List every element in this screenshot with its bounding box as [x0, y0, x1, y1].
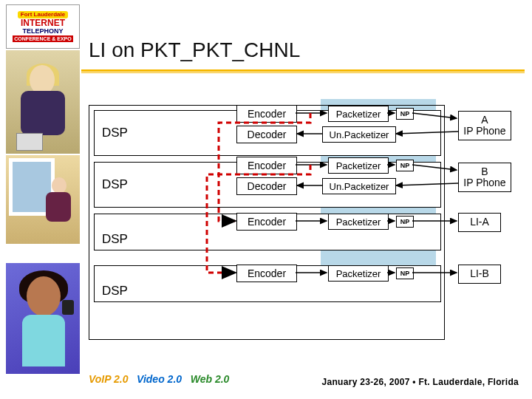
dsp-label-4: DSP	[102, 284, 128, 299]
encoder-4: Encoder	[236, 265, 297, 282]
title-rule	[81, 69, 525, 72]
phone-b-type: IP Phone	[463, 177, 505, 188]
li-b: LI-B	[458, 265, 501, 284]
phone-a-type: IP Phone	[463, 125, 505, 137]
np-3: NP	[396, 216, 414, 228]
photo-sign-language	[6, 155, 80, 244]
np-4: NP	[396, 267, 414, 279]
unpacketizer-1: Un.Packetizer	[322, 126, 396, 143]
footer-voip: VoIP 2.0	[89, 373, 128, 385]
ip-phone-a: AIP Phone	[458, 111, 511, 140]
decoder-1: Decoder	[236, 126, 297, 143]
encoder-1: Encoder	[236, 105, 297, 123]
footer-brands: VoIP 2.0 Video 2.0 Web 2.0	[89, 373, 229, 385]
encoder-3: Encoder	[236, 213, 297, 231]
phone-b-name: B	[481, 166, 488, 177]
footer-video: Video 2.0	[137, 373, 182, 385]
photo-woman-pda	[6, 50, 80, 154]
decoder-2: Decoder	[236, 177, 297, 195]
packetizer-3: Packetizer	[328, 214, 389, 230]
footer-web: Web 2.0	[191, 373, 230, 385]
title-rule-thin	[81, 72, 525, 73]
footer-date-location: January 23-26, 2007 • Ft. Lauderdale, Fl…	[322, 377, 519, 387]
li-a: LI-A	[458, 213, 501, 232]
unpacketizer-2: Un.Packetizer	[322, 178, 396, 194]
np-1: NP	[396, 108, 414, 120]
phone-a-name: A	[481, 114, 488, 126]
logo-tag: CONFERENCE & EXPO	[13, 35, 72, 42]
left-image-strip: Fort Lauderdale INTERNET TELEPHONY CONFE…	[6, 4, 80, 389]
packetizer-4: Packetizer	[328, 265, 389, 282]
logo-mid: INTERNET	[21, 18, 65, 28]
np-2: NP	[396, 160, 414, 171]
photo-woman-headset	[6, 263, 80, 374]
page-title: LI on PKT_PKT_CHNL	[89, 38, 300, 62]
diagram: DSP DSP DSP DSP Encoder Decoder Encoder …	[89, 96, 517, 355]
logo-bot: TELEPHONY	[22, 28, 63, 35]
slide-root: Fort Lauderdale INTERNET TELEPHONY CONFE…	[0, 0, 532, 399]
packetizer-1: Packetizer	[328, 106, 389, 122]
encoder-2: Encoder	[236, 157, 297, 174]
ip-phone-b: BIP Phone	[458, 163, 511, 192]
conference-logo: Fort Lauderdale INTERNET TELEPHONY CONFE…	[6, 4, 80, 49]
dsp-label-2: DSP	[102, 177, 128, 192]
dsp-label-3: DSP	[102, 232, 128, 247]
packetizer-2: Packetizer	[328, 157, 389, 174]
dsp-label-1: DSP	[102, 126, 128, 140]
